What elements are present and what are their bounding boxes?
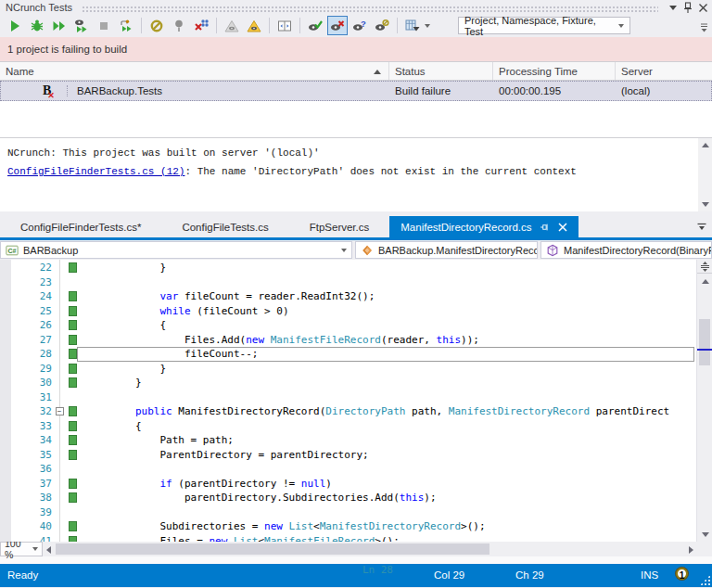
tab-label: ManifestDirectoryRecord.cs [400, 222, 531, 233]
coverage-marker-icon[interactable] [69, 450, 77, 460]
warnings-inactive-icon[interactable] [222, 16, 242, 35]
coverage-marker-icon[interactable] [69, 479, 77, 489]
table-row[interactable]: B✕BARBackup.TestsBuild failure00:00:00.1… [0, 81, 712, 101]
build-failure-icon: B✕ [43, 83, 61, 98]
coverage-marker-icon[interactable] [69, 306, 77, 316]
close-icon[interactable] [695, 2, 710, 14]
show-unexecuted-tests-icon[interactable]: ? [350, 16, 370, 35]
scroll-down-icon[interactable] [702, 532, 709, 537]
run-test-icon[interactable] [5, 16, 25, 35]
panel-titlebar[interactable]: NCrunch Tests [0, 0, 712, 14]
type-dropdown[interactable]: BARBackup.ManifestDirectoryRecord [355, 241, 538, 259]
coverage-marker-icon[interactable] [69, 335, 77, 345]
remove-test-icon[interactable] [191, 16, 211, 35]
show-failing-tests-icon[interactable] [327, 16, 348, 35]
code-line-28: 28 fileCount--; [0, 347, 696, 362]
code-editor[interactable]: 22 }2324 var fileCount = reader.ReadInt3… [0, 260, 712, 542]
coverage-marker-icon[interactable] [69, 262, 77, 273]
fold-collapse-icon[interactable]: − [56, 407, 64, 415]
member-dropdown[interactable]: ManifestDirectoryRecord(BinaryReader rea [540, 241, 712, 259]
line-number: 31 [11, 391, 52, 403]
status-char-number: Ch 29 [515, 564, 544, 587]
tab-ftpserver-cs[interactable]: FtpServer.cs [289, 216, 390, 237]
coverage-marker-icon[interactable] [69, 521, 77, 531]
ncrunch-toolbar-icons: ? [4, 16, 430, 35]
editor-vscrollbar[interactable] [696, 260, 712, 542]
warnings-icon[interactable] [244, 16, 264, 35]
tab-configfilefindertests-cs[interactable]: ConfigFileFinderTests.cs* [0, 216, 161, 237]
tab-label: ConfigFileTests.cs [182, 222, 268, 233]
coverage-marker-icon[interactable] [69, 320, 77, 330]
code-line-39: 39 [0, 505, 696, 520]
vscroll-thumb[interactable] [699, 319, 710, 365]
toolbar-overflow-icon[interactable] [699, 19, 709, 36]
output-scrollbar[interactable] [698, 138, 712, 211]
coverage-marker-icon[interactable] [69, 406, 77, 416]
scroll-right-icon[interactable] [689, 546, 693, 554]
window-position-icon[interactable] [666, 2, 680, 14]
pin-test-icon[interactable] [169, 16, 189, 35]
column-header-status[interactable]: Status [389, 62, 493, 80]
line-number: 39 [11, 506, 52, 518]
compare-results-icon[interactable] [274, 16, 295, 35]
test-processing-time: 00:00:00.195 [493, 81, 616, 101]
grid-header: NameStatusProcessing TimeServer [0, 61, 712, 81]
coverage-marker-icon[interactable] [69, 377, 77, 388]
show-ignored-tests-icon[interactable] [372, 16, 392, 35]
panel-bottom-edge [0, 556, 712, 564]
ncrunch-engine-indicator[interactable]: 1 [676, 568, 688, 580]
sort-ascending-icon [374, 70, 381, 74]
line-number: 30 [11, 377, 52, 389]
tab-manifestdirectoryrecord-cs[interactable]: ManifestDirectoryRecord.cs [389, 216, 578, 237]
split-window-handle[interactable] [697, 260, 712, 274]
project-dropdown[interactable]: C# BARBackup [0, 241, 352, 259]
tab-pin-icon[interactable] [540, 222, 551, 233]
editor-code-area[interactable]: 22 }2324 var fileCount = reader.ReadInt3… [0, 260, 696, 542]
column-header-processing-time[interactable]: Processing Time [493, 62, 616, 80]
caret-position-marker [697, 349, 712, 351]
debug-test-icon[interactable] [27, 16, 47, 35]
line-number: 29 [11, 363, 52, 375]
output-panel: NCrunch: This project was built on serve… [0, 138, 712, 211]
coverage-marker-icon[interactable] [69, 364, 77, 374]
code-line-40: 40 Subdirectories = new List<ManifestDir… [0, 519, 696, 534]
output-message: : The name 'DirectoryPath' does not exis… [184, 166, 576, 177]
code-line-34: 34 Path = path; [0, 433, 696, 448]
coverage-marker-icon[interactable] [69, 291, 77, 301]
run-covering-tests-icon[interactable] [71, 16, 92, 35]
pin-icon[interactable] [680, 2, 695, 14]
resize-grip[interactable] [700, 575, 710, 585]
editor-hscrollbar[interactable] [43, 542, 712, 556]
stop-execution-icon[interactable] [94, 16, 114, 35]
tab-close-icon[interactable] [558, 223, 567, 232]
ignore-test-icon[interactable] [146, 16, 167, 35]
tab-label: FtpServer.cs [310, 222, 370, 233]
show-passing-tests-icon[interactable] [305, 16, 325, 35]
scroll-down-icon[interactable] [702, 202, 709, 207]
column-layout-icon[interactable] [402, 16, 423, 35]
run-all-tests-icon[interactable] [49, 16, 70, 35]
rerun-tests-icon[interactable] [116, 16, 136, 35]
scroll-up-icon[interactable] [702, 279, 709, 284]
line-number: 32 [11, 405, 52, 417]
tab-configfiletests-cs[interactable]: ConfigFileTests.cs [161, 216, 288, 237]
code-line-32: 32− public ManifestDirectoryRecord(Direc… [0, 404, 696, 419]
zoom-selector[interactable]: 100 % [0, 542, 43, 556]
coverage-marker-icon[interactable] [69, 421, 77, 431]
column-header-server[interactable]: Server [616, 62, 712, 80]
coverage-marker-icon[interactable] [69, 349, 77, 359]
coverage-marker-icon[interactable] [69, 435, 77, 445]
scroll-up-icon[interactable] [702, 143, 709, 147]
grid-body: B✕BARBackup.TestsBuild failure00:00:00.1… [0, 81, 712, 101]
hscroll-thumb[interactable] [56, 543, 490, 555]
document-list-icon[interactable] [696, 216, 712, 237]
grouping-dropdown[interactable]: Project, Namespace, Fixture, Test [458, 17, 630, 34]
code-line-24: 24 var fileCount = reader.ReadInt32(); [0, 289, 696, 304]
error-location-link[interactable]: ConfigFileFinderTests.cs (12) [7, 166, 184, 177]
line-number: 34 [11, 434, 52, 446]
column-header-name[interactable]: Name [0, 62, 389, 80]
scroll-left-icon[interactable] [46, 546, 51, 554]
coverage-marker-icon[interactable] [69, 492, 77, 503]
line-number: 33 [11, 420, 52, 432]
chevron-down-icon[interactable] [425, 24, 430, 28]
